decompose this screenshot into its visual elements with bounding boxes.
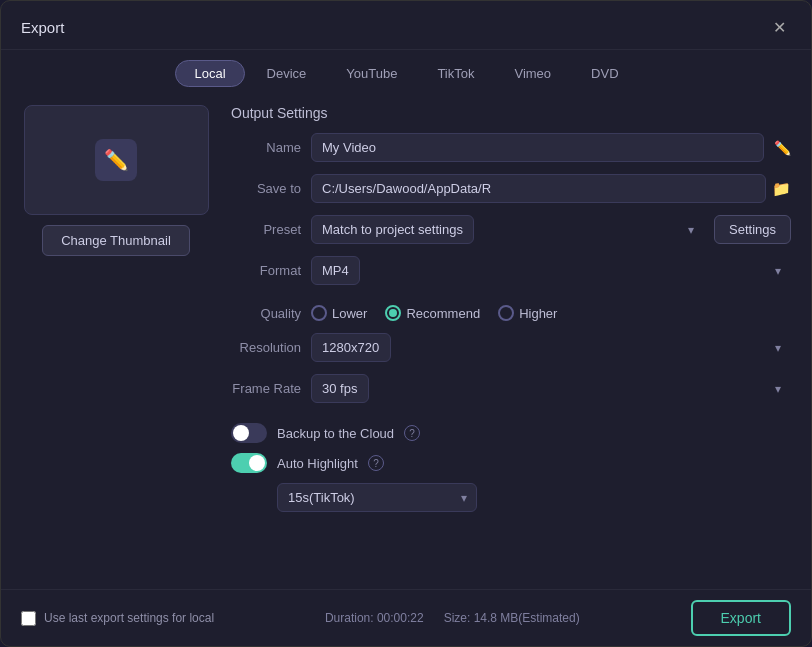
frame-rate-label: Frame Rate <box>231 381 301 396</box>
auto-highlight-row: Auto Highlight ? <box>231 453 791 473</box>
size-value: 14.8 MB(Estimated) <box>474 611 580 625</box>
ai-icon[interactable]: ✏️ <box>774 140 791 156</box>
right-panel: Output Settings Name ✏️ Save to 📁 Preset <box>231 105 791 579</box>
quality-lower-label: Lower <box>332 306 367 321</box>
tab-vimeo[interactable]: Vimeo <box>496 61 569 86</box>
change-thumbnail-button[interactable]: Change Thumbnail <box>42 225 190 256</box>
auto-highlight-toggle[interactable] <box>231 453 267 473</box>
main-content: ✏️ Change Thumbnail Output Settings Name… <box>1 95 811 589</box>
tab-device[interactable]: Device <box>249 61 325 86</box>
tab-local[interactable]: Local <box>175 60 244 87</box>
backup-cloud-label: Backup to the Cloud <box>277 426 394 441</box>
resolution-row: Resolution 1280x720 <box>231 333 791 362</box>
name-input[interactable] <box>311 133 764 162</box>
duration-value: 00:00:22 <box>377 611 424 625</box>
preset-label: Preset <box>231 222 301 237</box>
quality-higher[interactable]: Higher <box>498 305 557 321</box>
resolution-select-wrapper: 1280x720 <box>311 333 791 362</box>
quality-label: Quality <box>231 306 301 321</box>
name-label: Name <box>231 140 301 155</box>
save-path-input[interactable] <box>311 174 766 203</box>
quality-higher-label: Higher <box>519 306 557 321</box>
size-label: Size: <box>444 611 471 625</box>
radio-recommend <box>385 305 401 321</box>
duration-label: Duration: <box>325 611 374 625</box>
dialog-title: Export <box>21 19 64 36</box>
frame-rate-row: Frame Rate 30 fps <box>231 374 791 403</box>
preset-select-wrapper: Match to project settings <box>311 215 704 244</box>
frame-rate-select[interactable]: 30 fps <box>311 374 369 403</box>
quality-row: Quality Lower Recommend Higher <box>231 305 791 321</box>
format-label: Format <box>231 263 301 278</box>
tab-dvd[interactable]: DVD <box>573 61 636 86</box>
backup-cloud-row: Backup to the Cloud ? <box>231 423 791 443</box>
tab-tiktok[interactable]: TikTok <box>419 61 492 86</box>
preset-select[interactable]: Match to project settings <box>311 215 474 244</box>
folder-icon[interactable]: 📁 <box>772 180 791 198</box>
preset-row: Preset Match to project settings Setting… <box>231 215 791 244</box>
auto-highlight-label: Auto Highlight <box>277 456 358 471</box>
save-to-label: Save to <box>231 181 301 196</box>
path-row: 📁 <box>311 174 791 203</box>
quality-recommend-label: Recommend <box>406 306 480 321</box>
footer-center: Duration: 00:00:22 Size: 14.8 MB(Estimat… <box>325 611 580 625</box>
format-select-wrapper: MP4 <box>311 256 791 285</box>
tiktok-duration-select-wrapper: 15s(TikTok) <box>277 483 477 512</box>
close-button[interactable]: ✕ <box>767 15 791 39</box>
tabs-bar: Local Device YouTube TikTok Vimeo DVD <box>1 50 811 95</box>
left-panel: ✏️ Change Thumbnail <box>21 105 211 579</box>
size-info: Size: 14.8 MB(Estimated) <box>444 611 580 625</box>
resolution-label: Resolution <box>231 340 301 355</box>
name-row: Name ✏️ <box>231 133 791 162</box>
format-select[interactable]: MP4 <box>311 256 360 285</box>
footer-left: Use last export settings for local <box>21 611 214 626</box>
use-last-settings-checkbox[interactable] <box>21 611 36 626</box>
tab-youtube[interactable]: YouTube <box>328 61 415 86</box>
quality-recommend[interactable]: Recommend <box>385 305 480 321</box>
save-to-row: Save to 📁 <box>231 174 791 203</box>
radio-lower <box>311 305 327 321</box>
quality-options: Lower Recommend Higher <box>311 305 557 321</box>
backup-help-icon[interactable]: ? <box>404 425 420 441</box>
footer: Use last export settings for local Durat… <box>1 589 811 646</box>
edit-icon: ✏️ <box>95 139 137 181</box>
format-row: Format MP4 <box>231 256 791 285</box>
tiktok-duration-select[interactable]: 15s(TikTok) <box>277 483 477 512</box>
quality-lower[interactable]: Lower <box>311 305 367 321</box>
output-settings-title: Output Settings <box>231 105 791 121</box>
radio-higher <box>498 305 514 321</box>
title-bar: Export ✕ <box>1 1 811 50</box>
backup-cloud-toggle[interactable] <box>231 423 267 443</box>
frame-rate-select-wrapper: 30 fps <box>311 374 791 403</box>
use-last-settings-label: Use last export settings for local <box>44 611 214 625</box>
resolution-select[interactable]: 1280x720 <box>311 333 391 362</box>
auto-highlight-help-icon[interactable]: ? <box>368 455 384 471</box>
settings-button[interactable]: Settings <box>714 215 791 244</box>
thumbnail-preview: ✏️ <box>24 105 209 215</box>
duration-info: Duration: 00:00:22 <box>325 611 424 625</box>
tiktok-duration-row: 15s(TikTok) <box>231 483 791 512</box>
export-button[interactable]: Export <box>691 600 791 636</box>
export-dialog: Export ✕ Local Device YouTube TikTok Vim… <box>0 0 812 647</box>
